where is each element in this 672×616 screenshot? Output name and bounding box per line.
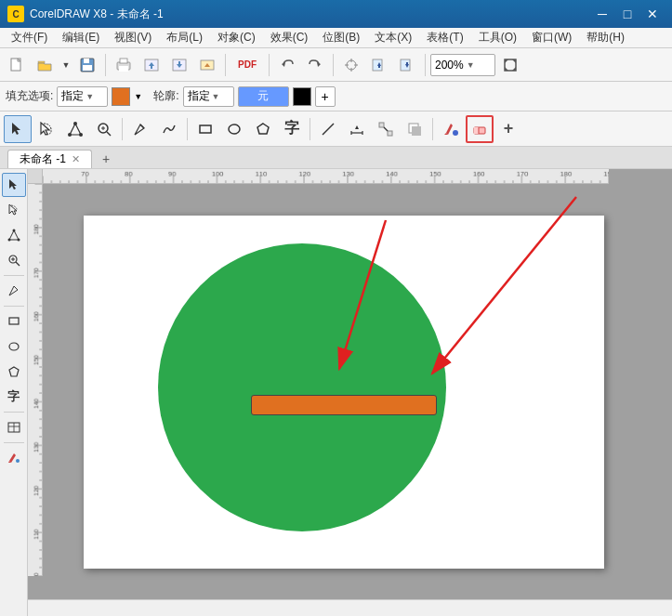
import2-button[interactable] <box>366 52 392 78</box>
canvas-paper[interactable] <box>84 216 604 569</box>
selection-tool[interactable] <box>4 115 32 143</box>
freehand-left[interactable] <box>2 198 26 222</box>
menu-window[interactable]: 窗口(W) <box>524 28 579 47</box>
fit-page-button[interactable] <box>497 52 523 78</box>
fill-value: 指定 <box>61 88 84 104</box>
menu-tools[interactable]: 工具(O) <box>471 28 524 47</box>
zoom-dropdown[interactable]: 200% ▼ <box>430 54 495 76</box>
redo-button[interactable] <box>302 52 328 78</box>
open-dropdown[interactable]: ▼ <box>59 52 72 78</box>
toolbar1-sep5 <box>425 54 426 76</box>
freehand-select-tool[interactable] <box>33 115 60 143</box>
fill-swatch-arrow[interactable]: ▼ <box>134 92 142 101</box>
save-button[interactable] <box>74 52 100 78</box>
toolbar3: 字 + <box>0 111 672 147</box>
outline-label: 轮廓: <box>153 88 178 104</box>
canvas-area[interactable] <box>28 169 672 616</box>
snap-button[interactable] <box>338 52 364 78</box>
select-tool-left[interactable] <box>2 173 26 197</box>
title-bar: C CorelDRAW X8 - 未命名 -1 ─ □ ✕ <box>0 0 672 28</box>
tb3-sep1 <box>122 118 123 140</box>
zoom-tool[interactable] <box>90 115 118 143</box>
tab-row: 未命名 -1 ✕ + <box>0 147 672 169</box>
unit-field[interactable]: 元 <box>238 86 289 107</box>
shape-left[interactable] <box>2 223 26 247</box>
add-button[interactable]: + <box>315 86 336 107</box>
rect-left[interactable] <box>2 309 26 334</box>
green-circle[interactable] <box>158 243 446 531</box>
svg-marker-48 <box>355 125 359 129</box>
tab-add-button[interactable]: + <box>96 150 116 168</box>
menu-object[interactable]: 对象(C) <box>210 28 263 47</box>
tab-label: 未命名 -1 <box>20 151 66 167</box>
svg-rect-49 <box>379 123 384 127</box>
menu-layout[interactable]: 布局(L) <box>159 28 210 47</box>
export-button[interactable] <box>166 52 192 78</box>
fill-left[interactable] <box>2 446 26 470</box>
toolbar1-sep1 <box>105 54 106 76</box>
polygon-left[interactable] <box>2 360 26 384</box>
menu-help[interactable]: 帮助(H) <box>579 28 632 47</box>
undo-button[interactable] <box>274 52 300 78</box>
title-text: CorelDRAW X8 - 未命名 -1 <box>30 7 164 22</box>
outline-arrow: ▼ <box>212 92 220 101</box>
rectangle-tool[interactable] <box>191 115 219 143</box>
menu-effects[interactable]: 效果(C) <box>263 28 316 47</box>
export2-button[interactable] <box>394 52 420 78</box>
svg-marker-43 <box>257 124 269 134</box>
menu-text[interactable]: 文本(X) <box>367 28 419 47</box>
main-area: 字 <box>0 169 672 616</box>
menu-file[interactable]: 文件(F) <box>4 28 55 47</box>
shape-edit-tool[interactable] <box>61 115 89 143</box>
outline-dropdown[interactable]: 指定 ▼ <box>183 86 234 107</box>
menu-edit[interactable]: 编辑(E) <box>55 28 107 47</box>
pdf-button[interactable]: PDF <box>231 52 264 78</box>
connector-tool[interactable] <box>372 115 400 143</box>
eraser-tool[interactable] <box>466 115 494 143</box>
fill-dropdown[interactable]: 指定 ▼ <box>57 86 108 107</box>
minimize-button[interactable]: ─ <box>590 5 614 23</box>
svg-point-63 <box>17 239 20 242</box>
menu-view[interactable]: 视图(V) <box>107 28 159 47</box>
menu-bitmap[interactable]: 位图(B) <box>315 28 367 47</box>
toolbar1-sep4 <box>333 54 334 76</box>
fill-tool[interactable] <box>437 115 465 143</box>
zoom-arrow: ▼ <box>467 60 475 70</box>
close-button[interactable]: ✕ <box>640 5 665 23</box>
import-button[interactable] <box>138 52 165 78</box>
toolbar1: ▼ PDF 200% ▼ <box>0 48 672 82</box>
svg-marker-58 <box>9 179 17 190</box>
tab-document[interactable]: 未命名 -1 ✕ <box>7 150 92 168</box>
ellipse-left[interactable] <box>2 334 26 359</box>
orange-rect[interactable] <box>251 395 437 415</box>
menu-table[interactable]: 表格(T) <box>419 28 470 47</box>
dimension-tool[interactable] <box>343 115 371 143</box>
add-tool[interactable]: + <box>494 115 522 143</box>
pen-tool[interactable] <box>126 115 154 143</box>
tb3-sep4 <box>432 118 433 140</box>
outline-color-swatch[interactable] <box>293 87 311 106</box>
svg-line-37 <box>107 132 111 136</box>
polygon-tool[interactable] <box>249 115 277 143</box>
svg-point-69 <box>9 343 19 350</box>
shadow-tool[interactable] <box>401 115 428 143</box>
new-button[interactable] <box>4 52 30 78</box>
outline-value: 指定 <box>188 88 210 104</box>
text-tool[interactable]: 字 <box>278 115 306 143</box>
table-left[interactable] <box>2 415 26 439</box>
text-left[interactable]: 字 <box>2 385 26 409</box>
export-alt-button[interactable] <box>194 52 220 78</box>
zoom-left[interactable] <box>2 248 26 272</box>
line-tool[interactable] <box>314 115 342 143</box>
toolbar1-sep3 <box>269 54 270 76</box>
ellipse-tool[interactable] <box>220 115 248 143</box>
open-button[interactable] <box>32 52 58 78</box>
maximize-button[interactable]: □ <box>615 5 639 23</box>
pen-left[interactable] <box>2 279 26 303</box>
toolbox-sep3 <box>4 412 24 413</box>
fill-color-swatch[interactable] <box>112 87 130 106</box>
freehand-tool[interactable] <box>155 115 183 143</box>
print-button[interactable] <box>111 52 137 78</box>
tab-close[interactable]: ✕ <box>72 153 80 165</box>
svg-rect-68 <box>9 318 19 324</box>
